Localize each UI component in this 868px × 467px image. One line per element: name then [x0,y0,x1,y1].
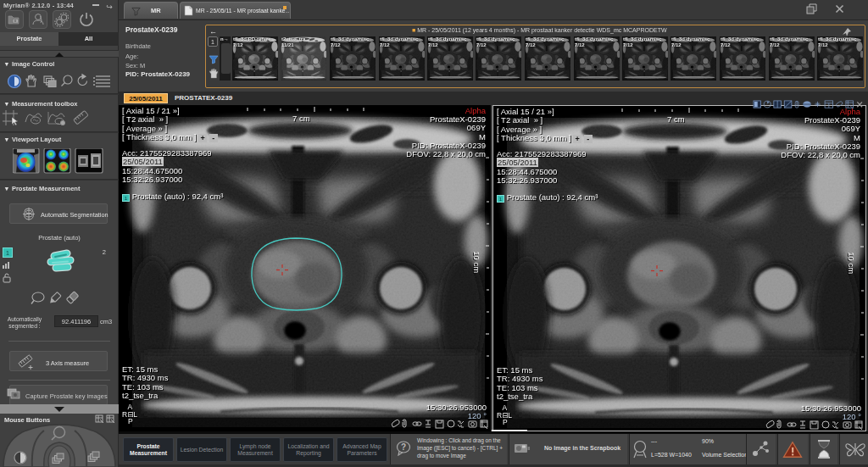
svg-text:?: ? [401,442,406,452]
